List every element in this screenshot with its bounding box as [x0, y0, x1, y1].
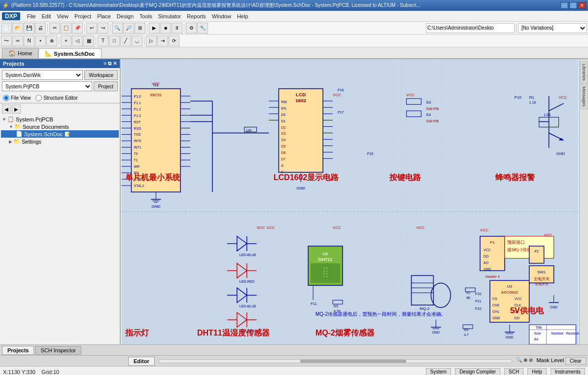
- menu-help[interactable]: Help: [234, 12, 251, 20]
- tree-item-settings[interactable]: ▶ 📁 Settings: [1, 138, 119, 145]
- tab-sch-inspector[interactable]: SCH Inspector: [35, 346, 81, 355]
- structure-editor-radio[interactable]: Structure Editor: [35, 95, 77, 101]
- menu-project[interactable]: Project: [71, 12, 94, 20]
- schematic-svg[interactable]: U1 89C52 P1.0 P1.1 P1.2 P1.3 RST RXD TXD…: [121, 59, 579, 344]
- canvas-area[interactable]: U1 89C52 P1.0 P1.1 P1.2 P1.3 RST RXD TXD…: [121, 59, 579, 344]
- sidebar-messages[interactable]: Messages: [580, 84, 588, 109]
- tb2-port[interactable]: ◁: [72, 36, 83, 46]
- menu-bar: DXP File Edit View Project Place Design …: [0, 11, 588, 22]
- panel-menu-btn[interactable]: ≡: [104, 61, 106, 67]
- tb-zoom-in[interactable]: 🔍: [112, 23, 123, 34]
- svg-text:U3: U3: [507, 284, 513, 289]
- tb2-junction[interactable]: •: [35, 36, 46, 46]
- tree-forward-btn[interactable]: ▶: [12, 105, 21, 113]
- scroll-icon[interactable]: 🔍: [516, 357, 522, 365]
- tree-item-prjpcb[interactable]: ▼ 📋 System.PrjPCB: [1, 115, 119, 123]
- tb-save[interactable]: 💾: [24, 23, 35, 34]
- tb2-bus[interactable]: ═: [12, 36, 23, 46]
- scroll-icon2[interactable]: ⊕: [523, 357, 527, 365]
- tb-pause[interactable]: ⏸: [172, 23, 182, 34]
- menu-place[interactable]: Place: [94, 12, 114, 20]
- clear-button[interactable]: Clear: [565, 357, 586, 365]
- menu-reports[interactable]: Reports: [184, 12, 209, 20]
- h-scrollbar[interactable]: [159, 359, 513, 363]
- tb2-power[interactable]: ⊕: [46, 36, 57, 46]
- dsnwrk-dropdown[interactable]: System.DsnWrk: [2, 70, 83, 80]
- tree-back-btn[interactable]: ◀: [2, 105, 11, 113]
- panel-float-btn[interactable]: ⧉: [108, 61, 111, 67]
- tb-run[interactable]: ▶: [149, 23, 160, 34]
- svg-text:主电开关: 主电开关: [534, 277, 550, 281]
- svg-text:CH0: CH0: [492, 303, 499, 307]
- tb-open[interactable]: 📂: [12, 23, 23, 34]
- menu-window[interactable]: Window: [209, 12, 234, 20]
- minimize-button[interactable]: ─: [560, 2, 568, 9]
- tb-build[interactable]: 🔧: [197, 23, 208, 34]
- svg-text:8K: 8K: [466, 296, 471, 300]
- tb-cut[interactable]: ✂: [49, 23, 60, 34]
- scroll-icon3[interactable]: ⊘: [529, 357, 533, 365]
- menu-simulator[interactable]: Simulator: [155, 12, 184, 20]
- tb-zoom-out[interactable]: 🔎: [123, 23, 134, 34]
- svg-text:P1.3: P1.3: [134, 114, 141, 117]
- help-btn[interactable]: Help: [527, 368, 547, 375]
- sidebar-libraries[interactable]: Libraries: [580, 61, 588, 83]
- panel-close-btn[interactable]: ✕: [113, 61, 117, 67]
- sch-btn[interactable]: SCH: [504, 368, 523, 375]
- menu-view[interactable]: View: [54, 12, 71, 20]
- menu-tools[interactable]: Tools: [137, 12, 155, 20]
- path-input[interactable]: [426, 23, 515, 33]
- tb-print[interactable]: 🖨: [35, 23, 46, 34]
- tb2-reset[interactable]: ⟳: [169, 36, 179, 46]
- tb-compile[interactable]: ⚙: [186, 23, 197, 34]
- tb2-step[interactable]: ⇥: [157, 36, 168, 46]
- tb-paste[interactable]: 📌: [72, 23, 83, 34]
- menu-design[interactable]: Design: [114, 12, 137, 20]
- svg-text:WR: WR: [134, 165, 140, 168]
- svg-text:VCC: VCC: [333, 93, 341, 97]
- tree-item-source-docs[interactable]: ▼ 📁 Source Documents: [1, 123, 119, 130]
- tb2-part[interactable]: +: [61, 36, 71, 46]
- variations-dropdown[interactable]: [No Variations]: [518, 23, 587, 33]
- tab-home[interactable]: 🏠 Home: [2, 48, 38, 58]
- dxp-logo[interactable]: DXP: [2, 12, 20, 20]
- svg-text:GND: GND: [484, 267, 491, 271]
- menu-edit[interactable]: Edit: [38, 12, 54, 20]
- system-btn[interactable]: System: [426, 368, 451, 375]
- toolbar-1: 📄 📂 💾 🖨 ✂ 📋 📌 ↩ ↪ 🔍 🔎 ⊞ ▶ ■ ⏸ ⚙ 🔧 [No Va…: [0, 22, 588, 35]
- tb2-wire[interactable]: 〜: [1, 36, 12, 46]
- svg-text:XTAL1: XTAL1: [134, 178, 144, 181]
- close-button[interactable]: ✕: [578, 2, 586, 9]
- project-button[interactable]: Project: [94, 81, 118, 91]
- tb2-line[interactable]: ╱: [120, 36, 131, 46]
- svg-text:DHT11: DHT11: [318, 257, 332, 262]
- menu-file[interactable]: File: [24, 12, 39, 20]
- tab-schdoc[interactable]: 📐 System.SchDoc: [38, 48, 101, 58]
- tb-stop[interactable]: ■: [160, 23, 171, 34]
- tb2-net[interactable]: N: [24, 36, 35, 46]
- workspace-button[interactable]: Workspace: [84, 70, 118, 80]
- tb2-rect[interactable]: □: [109, 36, 120, 46]
- prjpcb-dropdown[interactable]: System.PrjPCB: [2, 81, 92, 91]
- instruments-btn[interactable]: Instruments: [551, 368, 585, 375]
- tb-zoom-fit[interactable]: ⊞: [135, 23, 145, 34]
- tb2-run-sim[interactable]: ▷: [146, 36, 157, 46]
- tb-undo[interactable]: ↩: [86, 23, 97, 34]
- design-compiler-btn[interactable]: Design Compiler: [455, 368, 500, 375]
- svg-text:MQ-2: MQ-2: [420, 306, 430, 311]
- tab-projects[interactable]: Projects: [2, 346, 34, 355]
- svg-text:1.1K: 1.1K: [529, 101, 537, 104]
- file-view-radio[interactable]: File View: [3, 95, 31, 101]
- tb-redo[interactable]: ↪: [98, 23, 108, 34]
- maximize-button[interactable]: □: [569, 2, 577, 9]
- tb2-arc[interactable]: ◡: [132, 36, 142, 46]
- tb2-sheet[interactable]: ▦: [83, 36, 94, 46]
- project-controls: System.DsnWrk Workspace System.PrjPCB Pr…: [0, 68, 120, 93]
- tb2-text[interactable]: T: [98, 36, 108, 46]
- svg-text:R1: R1: [529, 95, 535, 100]
- svg-text:EN: EN: [281, 107, 286, 110]
- tb-copy[interactable]: 📋: [61, 23, 71, 34]
- tb-new[interactable]: 📄: [1, 23, 12, 34]
- tree-item-schdoc[interactable]: 📄 System.SchDoc 📝: [1, 130, 119, 138]
- tab-editor[interactable]: Editor: [128, 357, 155, 366]
